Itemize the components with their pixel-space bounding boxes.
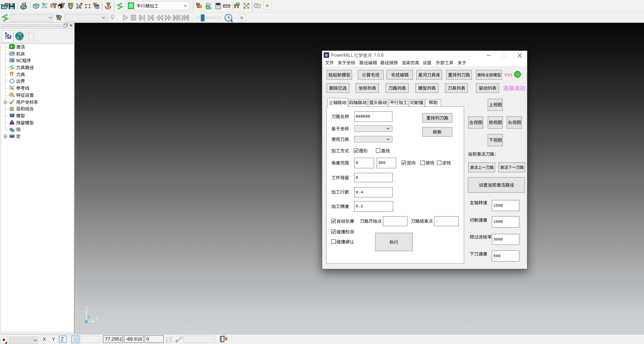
svg-text:X: X bbox=[96, 316, 99, 321]
svg-text:Z: Z bbox=[88, 315, 90, 319]
svg-text:Y: Y bbox=[86, 306, 89, 311]
svg-text:z: z bbox=[166, 341, 167, 343]
